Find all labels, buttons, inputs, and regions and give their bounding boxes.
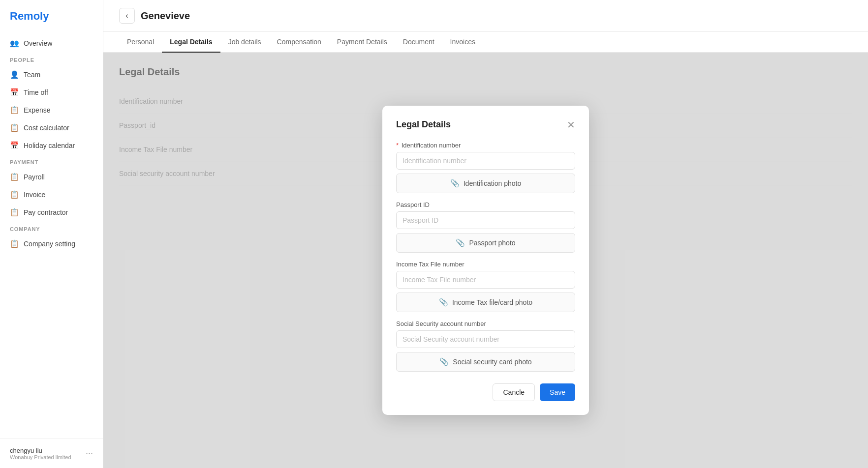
legal-details-modal: Legal Details ✕ * Identification number … — [382, 106, 589, 415]
modal-overlay: Legal Details ✕ * Identification number … — [103, 53, 868, 468]
sidebar-item-cost-calculator[interactable]: 📋 Cost calculator — [0, 119, 103, 137]
company-section-label: COMPANY — [0, 221, 103, 235]
main-content: ‹ Genevieve Personal Legal Details Job d… — [103, 0, 868, 468]
timeoff-icon: 📅 — [10, 88, 19, 97]
sidebar-item-label: Team — [24, 71, 40, 79]
passport-id-input[interactable] — [396, 211, 575, 229]
invoice-icon: 📋 — [10, 190, 19, 199]
sidebar-item-label: Cost calculator — [24, 124, 69, 132]
sidebar-item-holiday-calendar[interactable]: 📅 Holiday calendar — [0, 137, 103, 154]
sidebar-item-label: Holiday calendar — [24, 142, 75, 149]
company-setting-icon: 📋 — [10, 239, 19, 248]
employee-name: Genevieve — [141, 10, 190, 22]
paperclip-icon: 📎 — [456, 238, 465, 247]
sidebar-item-pay-contractor[interactable]: 📋 Pay contractor — [0, 204, 103, 221]
user-more-button[interactable]: ··· — [86, 448, 93, 459]
modal-close-button[interactable]: ✕ — [567, 120, 575, 130]
app-logo: Remoly — [0, 0, 103, 34]
modal-footer: Cancle Save — [396, 383, 575, 401]
sidebar-item-label: Payroll — [24, 173, 45, 181]
paperclip-icon: 📎 — [439, 298, 448, 307]
sidebar-item-team[interactable]: 👤 Team — [0, 66, 103, 84]
social-security-input[interactable] — [396, 330, 575, 348]
modal-title: Legal Details — [396, 119, 451, 130]
back-button[interactable]: ‹ — [119, 8, 135, 24]
pay-contractor-icon: 📋 — [10, 208, 19, 217]
paperclip-icon: 📎 — [439, 357, 449, 366]
passport-photo-upload[interactable]: 📎 Passport photo — [396, 233, 575, 253]
sidebar-item-timeoff[interactable]: 📅 Time off — [0, 84, 103, 101]
overview-icon: 👥 — [10, 39, 19, 48]
sidebar-item-payroll[interactable]: 📋 Payroll — [0, 168, 103, 186]
sidebar-item-label: Invoice — [24, 191, 45, 199]
sidebar-item-label: Overview — [24, 39, 52, 47]
income-tax-label: Income Tax File number — [396, 261, 575, 268]
social-security-photo-upload[interactable]: 📎 Social security card photo — [396, 352, 575, 372]
sidebar-item-invoice[interactable]: 📋 Invoice — [0, 186, 103, 204]
tab-legal-details[interactable]: Legal Details — [162, 32, 220, 53]
tab-bar: Personal Legal Details Job details Compe… — [103, 32, 868, 53]
identification-number-input[interactable] — [396, 152, 575, 170]
passport-id-group: Passport ID 📎 Passport photo — [396, 201, 575, 253]
holiday-calendar-icon: 📅 — [10, 141, 19, 150]
payroll-icon: 📋 — [10, 173, 19, 181]
tab-payment-details[interactable]: Payment Details — [329, 32, 395, 53]
save-button[interactable]: Save — [540, 383, 575, 401]
user-name: chengyu liu — [10, 447, 82, 454]
identification-number-group: * Identification number 📎 Identification… — [396, 142, 575, 193]
page-header: ‹ Genevieve — [103, 0, 868, 32]
sidebar-item-label: Company setting — [24, 240, 75, 248]
team-icon: 👤 — [10, 70, 19, 79]
modal-header: Legal Details ✕ — [396, 119, 575, 130]
user-info: chengyu liu Wonabuy Privated limited — [10, 447, 82, 460]
people-section-label: PEOPLE — [0, 52, 103, 66]
required-asterisk: * — [396, 142, 399, 149]
sidebar-item-label: Expense — [24, 106, 50, 114]
expense-icon: 📋 — [10, 106, 19, 115]
payment-section-label: PAYMENT — [0, 154, 103, 168]
tab-document[interactable]: Document — [395, 32, 442, 53]
sidebar-item-label: Pay contractor — [24, 208, 68, 216]
income-tax-photo-upload[interactable]: 📎 Income Tax file/card photo — [396, 292, 575, 312]
income-tax-input[interactable] — [396, 271, 575, 289]
paperclip-icon: 📎 — [450, 179, 460, 188]
cost-calculator-icon: 📋 — [10, 123, 19, 132]
passport-id-label: Passport ID — [396, 201, 575, 208]
social-security-group: Social Security account number 📎 Social … — [396, 320, 575, 372]
tab-compensation[interactable]: Compensation — [269, 32, 329, 53]
user-company: Wonabuy Privated limited — [10, 454, 82, 460]
tab-personal[interactable]: Personal — [119, 32, 162, 53]
cancel-button[interactable]: Cancle — [493, 383, 535, 401]
sidebar-item-expense[interactable]: 📋 Expense — [0, 101, 103, 119]
sidebar-item-label: Time off — [24, 88, 48, 96]
identification-photo-upload[interactable]: 📎 Identification photo — [396, 174, 575, 193]
tab-job-details[interactable]: Job details — [220, 32, 269, 53]
sidebar-user: chengyu liu Wonabuy Privated limited ··· — [0, 439, 103, 468]
sidebar: Remoly 👥 Overview PEOPLE 👤 Team 📅 Time o… — [0, 0, 103, 468]
income-tax-group: Income Tax File number 📎 Income Tax file… — [396, 261, 575, 312]
page-body: Legal Details Identification number Pass… — [103, 53, 868, 468]
social-security-label: Social Security account number — [396, 320, 575, 327]
sidebar-item-overview[interactable]: 👥 Overview — [0, 34, 103, 52]
identification-number-label: * Identification number — [396, 142, 575, 149]
tab-invoices[interactable]: Invoices — [442, 32, 483, 53]
sidebar-item-company-setting[interactable]: 📋 Company setting — [0, 235, 103, 253]
